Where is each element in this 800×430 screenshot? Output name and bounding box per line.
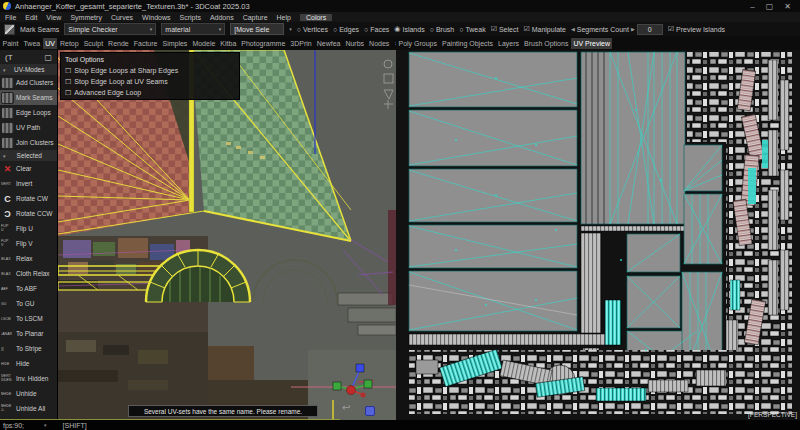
tab-nodes[interactable]: Nodes bbox=[367, 38, 392, 49]
menu-scripts[interactable]: Scripts bbox=[179, 14, 200, 21]
rect-select-icon[interactable]: ▢ bbox=[44, 53, 52, 62]
menu-file[interactable]: File bbox=[5, 14, 16, 21]
sidebar-item-inv-hidden[interactable]: INVERT HIDDEN Inv. Hidden bbox=[0, 371, 57, 386]
material-dropdown-value: material bbox=[165, 26, 190, 33]
checkbox-stop-edge-loops-sharp[interactable]: ☐ Stop Edge Loops at Sharp Edges bbox=[61, 65, 239, 76]
move-mode-dropdown[interactable]: [Move Sele bbox=[230, 23, 284, 35]
tab-poly-groups[interactable]: Poly Groups bbox=[396, 38, 440, 49]
sidebar-item-mark-seams[interactable]: Mark Seams bbox=[0, 90, 57, 105]
segments-count-value[interactable]: 0 bbox=[637, 24, 663, 35]
sidebar-item-join-clusters[interactable]: Join Clusters bbox=[0, 135, 57, 150]
segments-count-stepper: ◀ Segments Count ▶ 0 bbox=[571, 24, 663, 35]
sidebar-item-flip-v[interactable]: FLIP V Flip V bbox=[0, 236, 57, 251]
menu-view[interactable]: View bbox=[46, 14, 61, 21]
stepper-left-icon[interactable]: ◀ bbox=[571, 26, 575, 32]
chevron-down-icon[interactable]: ▾ bbox=[289, 26, 292, 32]
sidebar-item-label: Rotate CW bbox=[16, 195, 48, 202]
radio-tweak[interactable]: ○ Tweak bbox=[459, 26, 485, 33]
radio-faces[interactable]: ○ Faces bbox=[364, 26, 389, 33]
blue-marker-icon[interactable] bbox=[365, 406, 375, 416]
checkbox-stop-edge-loop-uv-seams[interactable]: ☐ Stop Edge Loop at UV Seams bbox=[61, 76, 239, 87]
planar-icon: PLANAR bbox=[1, 328, 14, 340]
tab-nurbs[interactable]: Nurbs bbox=[343, 38, 367, 49]
checkbox-advanced-edge-loop[interactable]: ☐ Advanced Edge Loop bbox=[61, 87, 239, 98]
fps-counter: fps:90; bbox=[3, 422, 24, 429]
tab-simple[interactable]: Simples bbox=[160, 38, 190, 49]
tab-newfeatures[interactable]: Newfea bbox=[314, 38, 343, 49]
sidebar-item-to-gu[interactable]: GU To GU bbox=[0, 296, 57, 311]
manipulate-checkbox[interactable]: ☑ Manipulate bbox=[523, 25, 566, 33]
sidebar-item-label: Join Clusters bbox=[16, 139, 54, 146]
menu-addons[interactable]: Addons bbox=[210, 14, 234, 21]
sidebar-item-clear[interactable]: ✕ Clear bbox=[0, 161, 57, 176]
menu-help[interactable]: Help bbox=[277, 14, 291, 21]
tab-layers[interactable]: Layers bbox=[496, 38, 522, 49]
stepper-right-icon[interactable]: ▶ bbox=[631, 26, 635, 32]
material-dropdown[interactable]: material ▾ bbox=[161, 23, 225, 35]
sidebar-item-to-planar[interactable]: PLANAR To Planar bbox=[0, 326, 57, 341]
checker-dropdown[interactable]: Simple Checker ▾ bbox=[64, 23, 156, 35]
sidebar-item-to-abf[interactable]: ABF To ABF bbox=[0, 281, 57, 296]
menu-edit[interactable]: Edit bbox=[25, 14, 37, 21]
preview-islands-checkbox[interactable]: ☑ Preview Islands bbox=[668, 25, 725, 33]
tab-uv-preview[interactable]: UV Preview bbox=[571, 38, 613, 49]
tab-sculpt[interactable]: Sculpt bbox=[81, 38, 105, 49]
radio-brush[interactable]: ○ Brush bbox=[430, 26, 455, 33]
maximize-button[interactable]: ▢ bbox=[766, 2, 774, 11]
minimize-button[interactable]: – bbox=[750, 2, 754, 11]
sidebar-header-label: Selected bbox=[9, 152, 57, 159]
warning-text: Several UV-sets have the same name. Plea… bbox=[144, 408, 302, 415]
sidebar-item-label: Unhide All bbox=[16, 405, 45, 412]
undo-arrow-icon[interactable]: ↩ bbox=[342, 402, 350, 413]
invert-hidden-icon: INVERT HIDDEN bbox=[1, 373, 14, 385]
sidebar-item-uv-path[interactable]: UV Path bbox=[0, 120, 57, 135]
sidebar-item-invert[interactable]: INVERT Invert bbox=[0, 176, 57, 191]
sidebar-header-selected[interactable]: ▾ Selected bbox=[0, 150, 57, 161]
colors-button[interactable]: Colors bbox=[300, 14, 332, 21]
menu-curves[interactable]: Curves bbox=[111, 14, 133, 21]
tab-brush-options[interactable]: Brush Options bbox=[522, 38, 571, 49]
sidebar-header-uv-modes[interactable]: ▾ UV-Modes bbox=[0, 64, 57, 75]
transform-icon[interactable]: (T bbox=[5, 53, 13, 62]
sidebar-item-flip-u[interactable]: FLIP U Flip U bbox=[0, 221, 57, 236]
sidebar-item-to-stripe[interactable]: ||| To Stripe bbox=[0, 341, 57, 356]
tab-facture[interactable]: Facture bbox=[131, 38, 160, 49]
window-controls: – ▢ ✕ bbox=[750, 2, 800, 11]
tab-modeling[interactable]: Modele bbox=[190, 38, 218, 49]
menu-windows[interactable]: Windows bbox=[142, 14, 170, 21]
flip-u-icon: FLIP U bbox=[1, 223, 14, 235]
radio-islands[interactable]: ◉ Islands bbox=[394, 25, 424, 33]
tab-paint[interactable]: Paint bbox=[0, 38, 21, 49]
tab-kitbash[interactable]: Kitba bbox=[218, 38, 239, 49]
sidebar-item-cloth-relax[interactable]: RELAX Cloth Relax bbox=[0, 266, 57, 281]
status-dropdown-icon[interactable]: ▾ bbox=[44, 422, 47, 428]
room-tab-bar: Paint Twea UV Retop Sculpt Rende Facture… bbox=[0, 36, 800, 50]
tab-photogrammetry[interactable]: Photogramme bbox=[239, 38, 288, 49]
radio-vertices[interactable]: ○ Vertices bbox=[297, 26, 328, 33]
sidebar-item-rotate-cw[interactable]: C Rotate CW bbox=[0, 191, 57, 206]
sidebar-item-unhide-all[interactable]: UNHIDE ALL Unhide All bbox=[0, 401, 57, 416]
tab-render[interactable]: Rende bbox=[106, 38, 132, 49]
gu-icon: GU bbox=[1, 298, 14, 310]
tab-painting-objects[interactable]: Painting Objects bbox=[440, 38, 496, 49]
sidebar-item-hide[interactable]: HIDE Hide bbox=[0, 356, 57, 371]
sidebar-item-rotate-ccw[interactable]: Ɔ Rotate CCW bbox=[0, 206, 57, 221]
uv-preview-panel[interactable]: [PERSPECTIVE] bbox=[396, 50, 800, 420]
sidebar-item-relax[interactable]: RELAX Relax bbox=[0, 251, 57, 266]
sidebar-item-to-lscm[interactable]: LSCM To LSCM bbox=[0, 311, 57, 326]
radio-edges[interactable]: ○ Edges bbox=[333, 26, 359, 33]
menu-symmetry[interactable]: Symmetry bbox=[70, 14, 102, 21]
viewport-3d[interactable]: Tool Options ☐ Stop Edge Loops at Sharp … bbox=[58, 50, 396, 420]
sidebar-item-unhide[interactable]: UNHIDE Unhide bbox=[0, 386, 57, 401]
sidebar-item-add-clusters[interactable]: Add Clusters bbox=[0, 75, 57, 90]
sidebar-item-edge-loops[interactable]: Edge Loops bbox=[0, 105, 57, 120]
tab-tweak[interactable]: Twea bbox=[21, 38, 43, 49]
tab-uv[interactable]: UV bbox=[43, 38, 58, 49]
tab-retopo[interactable]: Retop bbox=[57, 38, 81, 49]
close-button[interactable]: ✕ bbox=[784, 2, 791, 11]
menu-capture[interactable]: Capture bbox=[243, 14, 268, 21]
select-checkbox[interactable]: ☑ Select bbox=[491, 25, 519, 33]
relax-icon: RELAX bbox=[1, 253, 14, 265]
perspective-label: [PERSPECTIVE] bbox=[748, 411, 797, 418]
tab-3dprint[interactable]: 3DPrin bbox=[288, 38, 314, 49]
